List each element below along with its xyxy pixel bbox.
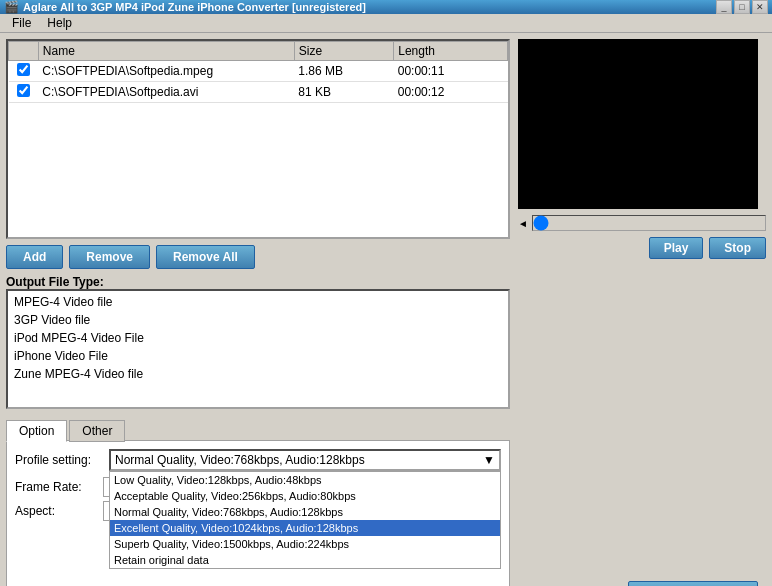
output-list-item[interactable]: 3GP Video file xyxy=(10,311,506,329)
title-bar: 🎬 Aglare All to 3GP MP4 iPod Zune iPhone… xyxy=(0,0,772,14)
slider-row: ◄ xyxy=(518,215,766,231)
row-checkbox[interactable] xyxy=(17,84,30,97)
file-table: Name Size Length C:\SOFTPEDIA\Softpedia.… xyxy=(8,41,508,103)
row-name: C:\SOFTPEDIA\Softpedia.avi xyxy=(38,82,294,103)
output-list-item[interactable]: iPod MPEG-4 Video File xyxy=(10,329,506,347)
col-header-name: Name xyxy=(38,42,294,61)
output-file-type-section: Output File Type: MPEG-4 Video file3GP V… xyxy=(6,275,510,409)
profile-dropdown-wrapper: Normal Quality, Video:768kbps, Audio:128… xyxy=(109,449,501,471)
profile-dropdown[interactable]: Normal Quality, Video:768kbps, Audio:128… xyxy=(109,449,501,471)
tab-other[interactable]: Other xyxy=(69,420,125,442)
bottom-panel: Option Other Profile setting: Normal Qua… xyxy=(6,419,510,586)
progress-slider[interactable] xyxy=(532,215,766,231)
frame-rate-label: Frame Rate: xyxy=(15,480,95,494)
title-bar-text: Aglare All to 3GP MP4 iPod Zune iPhone C… xyxy=(23,1,366,13)
row-length: 00:00:12 xyxy=(394,82,508,103)
row-checkbox[interactable] xyxy=(17,63,30,76)
output-list-item[interactable]: MPEG-4 Video file xyxy=(10,293,506,311)
convert-button-row: Convert xyxy=(518,575,766,586)
profile-option[interactable]: Acceptable Quality, Video:256kbps, Audio… xyxy=(110,488,500,504)
row-name: C:\SOFTPEDIA\Softpedia.mpeg xyxy=(38,61,294,82)
row-size: 81 KB xyxy=(294,82,394,103)
close-button[interactable]: ✕ xyxy=(752,0,768,14)
row-size: 1.86 MB xyxy=(294,61,394,82)
menu-help[interactable]: Help xyxy=(39,14,80,32)
output-list-item[interactable]: iPhone Video File xyxy=(10,347,506,365)
table-row[interactable]: C:\SOFTPEDIA\Softpedia.mpeg 1.86 MB 00:0… xyxy=(9,61,508,82)
file-action-buttons: Add Remove Remove All xyxy=(6,245,510,269)
file-table-wrapper: Name Size Length C:\SOFTPEDIA\Softpedia.… xyxy=(6,39,510,239)
menu-bar: File Help xyxy=(0,14,772,33)
profile-setting-row: Profile setting: Normal Quality, Video:7… xyxy=(15,449,501,471)
profile-selected-text: Normal Quality, Video:768kbps, Audio:128… xyxy=(115,453,365,467)
tab-option[interactable]: Option xyxy=(6,420,67,442)
profile-option[interactable]: Retain original data xyxy=(110,552,500,568)
add-button[interactable]: Add xyxy=(6,245,63,269)
minimize-button[interactable]: _ xyxy=(716,0,732,14)
output-file-type-label: Output File Type: xyxy=(6,275,510,289)
remove-all-button[interactable]: Remove All xyxy=(156,245,255,269)
output-list-item[interactable]: Zune MPEG-4 Video file xyxy=(10,365,506,383)
aspect-label: Aspect: xyxy=(15,504,95,518)
play-button[interactable]: Play xyxy=(649,237,704,259)
col-header-length: Length xyxy=(394,42,508,61)
tab-bar: Option Other xyxy=(6,419,510,441)
video-preview xyxy=(518,39,758,209)
row-length: 00:00:11 xyxy=(394,61,508,82)
profile-dropdown-list: Low Quality, Video:128kbps, Audio:48kbps… xyxy=(109,471,501,569)
maximize-button[interactable]: □ xyxy=(734,0,750,14)
profile-option[interactable]: Excellent Quality, Video:1024kbps, Audio… xyxy=(110,520,500,536)
menu-file[interactable]: File xyxy=(4,14,39,32)
tab-content: Profile setting: Normal Quality, Video:7… xyxy=(6,440,510,586)
table-row[interactable]: C:\SOFTPEDIA\Softpedia.avi 81 KB 00:00:1… xyxy=(9,82,508,103)
profile-setting-label: Profile setting: xyxy=(15,453,105,467)
col-header-check xyxy=(9,42,39,61)
convert-button[interactable]: Convert xyxy=(628,581,758,586)
tabs-panel: Option Other Profile setting: Normal Qua… xyxy=(6,419,510,586)
title-bar-controls: _ □ ✕ xyxy=(716,0,768,14)
profile-option[interactable]: Superb Quality, Video:1500kbps, Audio:22… xyxy=(110,536,500,552)
output-file-type-list[interactable]: MPEG-4 Video file3GP Video fileiPod MPEG… xyxy=(6,289,510,409)
app-icon: 🎬 xyxy=(4,0,19,14)
slider-start-icon: ◄ xyxy=(518,218,528,229)
media-buttons: Play Stop xyxy=(518,237,766,259)
dropdown-arrow-icon: ▼ xyxy=(483,453,495,467)
profile-option[interactable]: Normal Quality, Video:768kbps, Audio:128… xyxy=(110,504,500,520)
profile-option[interactable]: Low Quality, Video:128kbps, Audio:48kbps xyxy=(110,472,500,488)
col-header-size: Size xyxy=(294,42,394,61)
stop-button[interactable]: Stop xyxy=(709,237,766,259)
remove-button[interactable]: Remove xyxy=(69,245,150,269)
